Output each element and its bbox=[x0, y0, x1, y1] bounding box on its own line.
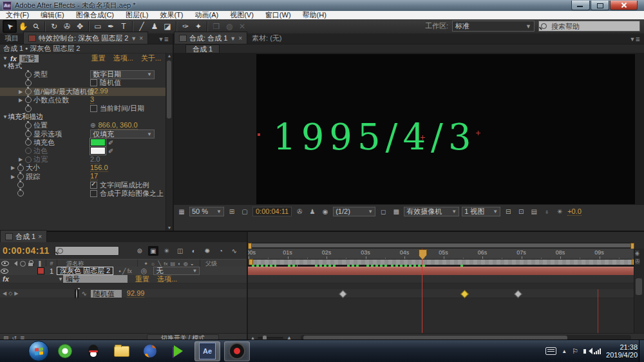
comp-marker-icon[interactable]: ◈ bbox=[634, 249, 640, 257]
layer-switches[interactable]: ▪ ╱ fx bbox=[118, 268, 132, 274]
help-search[interactable] bbox=[538, 21, 640, 32]
layer-row[interactable]: 1 深灰色 固态层 2 ▪ ╱ fx ◎ 无 ▼ bbox=[0, 267, 247, 276]
roto-brush-tool[interactable]: ✑ bbox=[179, 21, 192, 32]
stopwatch-icon[interactable] bbox=[25, 131, 32, 137]
effect-property-row[interactable]: ▶大小156.0 bbox=[0, 164, 166, 172]
stopwatch-icon[interactable] bbox=[76, 289, 77, 298]
composition-canvas[interactable]: 1995/4/3 bbox=[256, 54, 635, 218]
grid-options-icon[interactable]: ▦ bbox=[176, 207, 187, 216]
layer-edge-marker[interactable] bbox=[258, 133, 260, 136]
property-row[interactable]: ◀ ◇ ▶ ∿ 随机值 92.99 bbox=[0, 289, 247, 298]
channels-icon[interactable]: ◉ bbox=[320, 207, 330, 216]
show-hidden-icons[interactable]: ▲ bbox=[562, 348, 567, 354]
effect-property-row[interactable]: 填充色✐ bbox=[0, 138, 166, 147]
effect-property-row[interactable]: 边色✐ bbox=[0, 147, 166, 155]
property-value[interactable]: 866.0, 360.0 bbox=[98, 122, 137, 129]
effect-name[interactable]: 编号 bbox=[63, 275, 128, 283]
collapse-triangle-icon[interactable]: ▼ bbox=[3, 63, 8, 69]
expand-triangle-icon[interactable]: ▶ bbox=[10, 165, 15, 171]
network-icon[interactable] bbox=[594, 348, 601, 354]
stopwatch-icon[interactable] bbox=[25, 157, 32, 163]
flowchart-icon[interactable]: ♁ bbox=[542, 207, 552, 216]
scrollbar-thumb[interactable] bbox=[167, 61, 171, 119]
safe-zones-icon[interactable]: ⊞ bbox=[227, 207, 237, 216]
position-point-icon[interactable]: ⊕ bbox=[90, 122, 95, 129]
magnification-select[interactable]: 50 %▼ bbox=[189, 207, 224, 216]
browser-360[interactable] bbox=[53, 342, 77, 361]
collapse-triangle-icon[interactable]: ▼ bbox=[3, 55, 8, 61]
effect-property-row[interactable]: ▶跟踪17 bbox=[0, 172, 166, 180]
exposure-value[interactable]: +0.0 bbox=[567, 207, 582, 216]
layer-duration-bar[interactable] bbox=[248, 267, 634, 276]
property-value[interactable]: 156.0 bbox=[90, 164, 108, 172]
qq[interactable] bbox=[81, 342, 106, 361]
reset-exposure-icon[interactable]: ✳ bbox=[554, 207, 565, 216]
scroll-down-icon[interactable]: ▼ bbox=[167, 225, 172, 230]
show-snapshot-icon[interactable]: ♟ bbox=[307, 207, 317, 216]
ime-keyboard-icon[interactable] bbox=[545, 347, 556, 355]
camera-select[interactable]: 有效摄像机▼ bbox=[404, 207, 459, 216]
graph-editor[interactable]: ∿ bbox=[229, 246, 240, 256]
eyedropper-icon[interactable]: ✐ bbox=[108, 148, 113, 155]
brush-tool[interactable]: ╱ bbox=[135, 21, 148, 32]
viewer-timecode[interactable]: 0:00:04:11 bbox=[252, 207, 292, 216]
stopwatch-icon[interactable] bbox=[17, 182, 24, 188]
tab-effect-controls[interactable]: 特效控制台: 深灰色 固态层 2 ▼ × bbox=[23, 32, 148, 44]
effect-property-row[interactable]: ▶小数点位数3 bbox=[0, 96, 166, 104]
collapse-triangle-icon[interactable]: ▼ bbox=[3, 114, 8, 120]
keyframe-diamond[interactable] bbox=[460, 290, 469, 298]
property-select[interactable]: 仅填充▼ bbox=[90, 129, 155, 138]
share-view-icon[interactable]: ⊟ bbox=[503, 207, 513, 216]
menu-item-composition[interactable]: 图像合成(C) bbox=[70, 11, 120, 19]
resolution-select[interactable]: (1/2)▼ bbox=[333, 207, 375, 216]
effect-name[interactable]: 编号 bbox=[19, 55, 39, 62]
eyedropper-icon[interactable]: ✐ bbox=[108, 139, 113, 146]
close-button[interactable] bbox=[610, 1, 638, 10]
type-tool[interactable]: T bbox=[117, 21, 130, 32]
add-keyframe-icon[interactable]: ◇ bbox=[8, 291, 12, 296]
show-desktop-button[interactable] bbox=[639, 340, 644, 362]
color-swatch[interactable] bbox=[90, 147, 106, 155]
clone-stamp-tool[interactable]: ♟ bbox=[148, 21, 161, 32]
windows-explorer[interactable] bbox=[109, 342, 134, 361]
firefox[interactable] bbox=[138, 342, 162, 361]
reset-link[interactable]: 重置 bbox=[135, 274, 149, 284]
tab-project[interactable]: 项目 bbox=[0, 32, 23, 44]
effect-property-row[interactable]: 位置⊕866.0, 360.0 bbox=[0, 121, 166, 129]
selection-tool[interactable]: ➤ bbox=[3, 20, 17, 33]
frame-blending[interactable]: ◫ bbox=[175, 246, 185, 256]
help-search-input[interactable] bbox=[550, 22, 630, 31]
workspace-select[interactable]: 标准 ▼ bbox=[452, 21, 535, 32]
effect-property-row[interactable]: 当前时间/日期 bbox=[0, 104, 166, 113]
screen-recorder[interactable] bbox=[224, 341, 250, 361]
volume-icon[interactable] bbox=[583, 349, 586, 354]
after-effects[interactable]: Ae bbox=[194, 341, 220, 361]
next-keyframe-icon[interactable]: ▶ bbox=[14, 291, 18, 296]
keyframe-diamond[interactable] bbox=[515, 290, 523, 298]
stopwatch-icon[interactable] bbox=[17, 190, 24, 196]
stopwatch-icon[interactable] bbox=[25, 88, 32, 95]
collapse-triangle-icon[interactable]: ▼ bbox=[58, 276, 63, 282]
effect-row[interactable]: fx ▼ 编号 重置 选项... bbox=[0, 275, 247, 283]
navigator-bar[interactable] bbox=[249, 243, 634, 247]
stopwatch-icon[interactable] bbox=[25, 97, 32, 103]
stopwatch-icon[interactable] bbox=[25, 122, 32, 129]
stopwatch-icon[interactable] bbox=[25, 106, 32, 112]
start-button[interactable] bbox=[28, 341, 49, 361]
timeline-search[interactable] bbox=[55, 246, 119, 256]
menu-item-file[interactable]: 文件(F) bbox=[0, 11, 35, 19]
stopwatch-icon[interactable] bbox=[17, 165, 24, 171]
menu-item-animation[interactable]: 动画(A) bbox=[189, 11, 225, 19]
pan-behind-tool[interactable]: ✥ bbox=[73, 21, 86, 32]
current-time-indicator[interactable] bbox=[422, 249, 422, 333]
composition-viewer[interactable]: 1995/4/3 ▦50 %▼⊞▢0:00:04:11✇♟◉(1/2)▼◻▩有效… bbox=[174, 53, 644, 218]
comp-name-tab[interactable]: 合成 1 bbox=[185, 44, 220, 53]
eye-icon[interactable] bbox=[1, 269, 8, 274]
property-value[interactable]: 17 bbox=[90, 173, 98, 180]
tab-composition[interactable]: 合成: 合成 1 ▼ × bbox=[174, 32, 247, 44]
property-keyframe-track[interactable] bbox=[248, 289, 634, 298]
lock-views-icon[interactable]: ⊡ bbox=[516, 207, 526, 216]
mask-visibility-icon[interactable]: ▢ bbox=[240, 207, 250, 216]
time-navigator[interactable] bbox=[248, 242, 634, 249]
expand-triangle-icon[interactable]: ▶ bbox=[18, 97, 23, 103]
